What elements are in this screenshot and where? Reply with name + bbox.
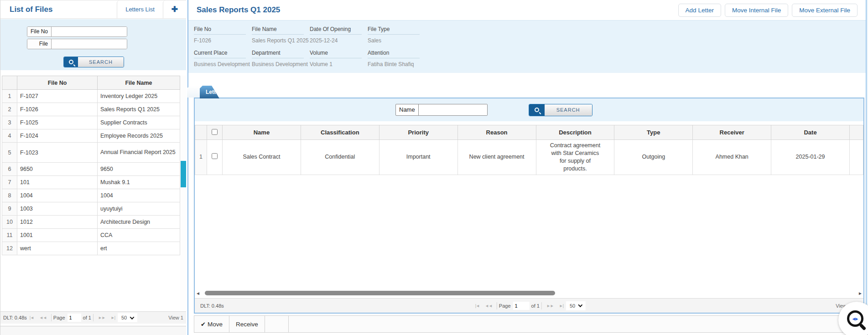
spacer-column-header (850, 125, 863, 140)
horizontal-scrollbar-thumb[interactable] (205, 291, 555, 295)
table-row[interactable]: 91003uyuytuiyi (2, 202, 180, 216)
row-number-header (195, 125, 207, 140)
letters-list-button[interactable]: Letters List (117, 0, 163, 18)
letter-search-button[interactable]: SEARCH (529, 104, 593, 116)
file-table-header-row: File No File Name (2, 76, 180, 90)
classification-column-header: Classification (301, 125, 379, 140)
file-detail-panel: Sales Reports Q1 2025 Add Letter Move In… (187, 0, 867, 335)
plus-icon: ✚ (172, 5, 178, 14)
select-all-header (207, 125, 223, 140)
detail-current-place: Current Place Business Development (194, 50, 252, 73)
vertical-scrollbar-thumb[interactable] (181, 161, 186, 187)
page-size-select[interactable]: 50 (566, 301, 586, 310)
bottom-strip (0, 326, 186, 335)
h-scroll-left-icon[interactable]: ◄ (196, 291, 201, 296)
detail-attention: Attention Fatiha Binte Shafiq (368, 50, 426, 73)
detail-file-name: File Name Sales Reports Q1 2025 (252, 26, 310, 50)
file-list-panel: List of Files Letters List ✚ File No Fil… (0, 0, 186, 335)
move-button[interactable]: ✔ Move (194, 316, 229, 332)
move-external-file-button[interactable]: Move External File (792, 4, 858, 17)
table-row[interactable]: 12wertert (2, 242, 180, 255)
letters-search-toolbar: Name SEARCH (195, 98, 863, 121)
chevron-down-icon (130, 315, 135, 320)
move-internal-file-button[interactable]: Move Internal File (725, 4, 788, 17)
letter-name-input[interactable] (419, 104, 487, 115)
detail-file-type: File Type Sales (368, 26, 426, 50)
file-name-label: File Name (27, 39, 52, 49)
receiver-column-header: Receiver (693, 125, 771, 140)
table-row[interactable]: 696509650 (2, 163, 180, 176)
page-label: Page (499, 303, 511, 309)
last-page-icon[interactable]: ►| (108, 315, 118, 320)
table-row[interactable]: 2F-1026Sales Reports Q1 2025 (2, 103, 180, 116)
letters-tab-content: Name SEARCH Name Cl (194, 98, 864, 314)
letter-receiver-cell: Ahmed Khan (693, 140, 771, 175)
type-column-header: Type (614, 125, 693, 140)
file-list-pagination: DLT: 0.48s |◄ ◄◄ Page of 1 ►► ►| 50 View… (0, 311, 186, 324)
add-letter-button[interactable]: Add Letter (678, 4, 721, 17)
page-label: Page (53, 315, 65, 320)
letter-row[interactable]: 1 Sales Contract Confidential Important … (195, 140, 863, 175)
table-row[interactable]: 7101Mushak 9.1 (2, 176, 180, 189)
vertical-scrollbar[interactable] (180, 76, 186, 310)
detail-volume: Volume Volume 1 (310, 50, 368, 73)
file-name-column-header: File Name (98, 76, 180, 90)
file-no-label: File No (27, 27, 52, 36)
file-search-button[interactable]: SEARCH (63, 57, 124, 67)
row-number-header (2, 76, 17, 90)
next-page-icon[interactable]: ►► (544, 304, 556, 308)
file-detail-header: Sales Reports Q1 2025 Add Letter Move In… (188, 0, 866, 20)
table-row[interactable]: 5F-1023Annual Financial Report 2025 (2, 143, 180, 163)
file-no-column-header: File No (17, 76, 98, 90)
horizontal-scrollbar[interactable]: ◄ ► (196, 290, 863, 296)
file-list-header: List of Files Letters List ✚ (0, 0, 186, 19)
view-range-label: View 1 (168, 315, 183, 320)
receive-button[interactable]: Receive (229, 316, 265, 332)
add-file-button[interactable]: ✚ (163, 0, 186, 18)
page-title-file-name: Sales Reports Q1 2025 (188, 5, 280, 15)
detail-date-of-opening: Date Of Opening 2025-12-24 (310, 26, 368, 50)
first-page-icon[interactable]: |◄ (27, 315, 36, 320)
table-row[interactable]: 101012Architecture Design (2, 216, 180, 229)
file-details-section: File No F-1026 File Name Sales Reports Q… (188, 20, 866, 73)
letter-name-cell: Sales Contract (223, 140, 301, 175)
table-row[interactable]: 3F-1025Supplier Contracts (2, 116, 180, 129)
accessibility-magnifier-icon: ◂▸ (847, 310, 863, 327)
row-checkbox[interactable] (212, 153, 218, 159)
page-number-input[interactable] (68, 314, 81, 322)
file-list-table: File No File Name 1F-1027Inventory Ledge… (2, 76, 180, 255)
letter-priority-cell: Important (379, 140, 457, 175)
page-number-input[interactable] (513, 302, 530, 310)
search-icon (64, 57, 78, 67)
date-column-header: Date (771, 125, 850, 140)
select-all-checkbox[interactable] (212, 129, 218, 135)
h-scroll-right-icon[interactable]: ► (857, 291, 863, 296)
reason-column-header: Reason (457, 125, 536, 140)
letters-action-bar: ✔ Move Receive (194, 315, 864, 333)
letters-pagination: DLT: 0.48s |◄ ◄◄ Page of 1 ►► ►| 50 View… (195, 298, 863, 313)
dlt-timing: DLT: 0.48s (200, 303, 224, 309)
next-page-icon[interactable]: ►► (95, 315, 108, 320)
last-page-icon[interactable]: ►| (556, 304, 566, 308)
file-name-input[interactable] (52, 39, 127, 49)
checkmark-icon: ✔ (201, 321, 206, 328)
dlt-timing: DLT: 0.48s (3, 315, 27, 320)
letter-date-cell: 2025-01-29 (771, 140, 850, 175)
detail-file-no: File No F-1026 (194, 26, 252, 50)
table-row[interactable]: 4F-1024Employee Records 2025 (2, 129, 180, 143)
priority-column-header: Priority (379, 125, 457, 140)
chevron-down-icon (578, 303, 583, 307)
letter-description-cell: Contract agreement with Star Ceramics fo… (536, 140, 614, 175)
prev-page-icon[interactable]: ◄◄ (36, 315, 49, 320)
letter-classification-cell: Confidential (301, 140, 379, 175)
letter-type-cell: Outgoing (614, 140, 693, 175)
prev-page-icon[interactable]: ◄◄ (482, 304, 495, 308)
page-title-list-of-files: List of Files (0, 5, 52, 14)
first-page-icon[interactable]: |◄ (473, 304, 482, 308)
table-row[interactable]: 111001CCA (2, 229, 180, 242)
page-size-select[interactable]: 50 (118, 313, 137, 322)
table-row[interactable]: 1F-1027Inventory Ledger 2025 (2, 90, 180, 103)
table-row[interactable]: 810041004 (2, 189, 180, 202)
detail-department: Department Business Development (252, 50, 310, 73)
file-no-input[interactable] (52, 27, 127, 36)
